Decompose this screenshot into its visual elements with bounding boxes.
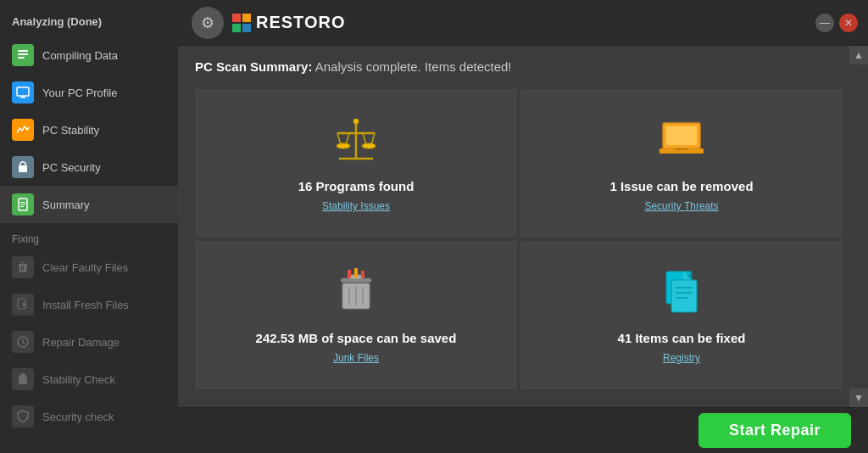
main-content: PC Scan Summary: Analysis complete. Item… bbox=[178, 46, 868, 407]
restoro-logo-icon bbox=[232, 14, 251, 32]
close-button[interactable]: ✕ bbox=[839, 14, 858, 32]
svg-rect-3 bbox=[17, 87, 29, 96]
sidebar-item-stability-check[interactable]: Stability Check bbox=[0, 361, 178, 398]
trash-icon bbox=[331, 266, 381, 324]
items-fixed-label: 41 Items can be fixed bbox=[618, 331, 746, 345]
summary-icon bbox=[12, 193, 34, 215]
minimize-icon: — bbox=[820, 17, 830, 29]
security-check-icon bbox=[12, 405, 34, 428]
scan-summary-title: PC Scan Summary: Analysis complete. Item… bbox=[195, 59, 843, 74]
scroll-arrows: ▲ ▼ bbox=[849, 46, 868, 407]
svg-rect-34 bbox=[361, 271, 364, 278]
programs-found-label: 16 Programs found bbox=[298, 179, 415, 193]
issue-removed-label: 1 Issue can be removed bbox=[609, 179, 753, 193]
window-controls: — ✕ bbox=[815, 14, 858, 32]
scroll-up-arrow[interactable]: ▲ bbox=[849, 46, 868, 64]
pc-stability-icon bbox=[12, 119, 34, 141]
results-grid: 16 Programs found Stability Issues bbox=[195, 89, 843, 389]
pc-stability-label: PC Stability bbox=[42, 124, 99, 137]
laptop-icon bbox=[656, 115, 707, 172]
space-saved-label: 242.53 MB of space can be saved bbox=[256, 331, 457, 345]
sidebar-item-clear-faulty-files[interactable]: Clear Faulty Files bbox=[0, 249, 178, 286]
logo-area: RESTORO bbox=[232, 13, 346, 32]
svg-rect-4 bbox=[20, 97, 25, 98]
security-threats-link[interactable]: Security Threats bbox=[644, 200, 718, 212]
svg-rect-27 bbox=[666, 126, 697, 145]
scan-summary-suffix: Analysis complete. Items detected! bbox=[315, 59, 512, 74]
footer: Start Repair bbox=[178, 407, 868, 453]
sidebar-item-pc-security[interactable]: PC Security bbox=[0, 148, 178, 186]
junk-files-link[interactable]: Junk Files bbox=[333, 352, 379, 364]
svg-point-25 bbox=[353, 119, 359, 124]
pc-security-label: PC Security bbox=[42, 161, 101, 174]
svg-rect-0 bbox=[18, 50, 28, 52]
svg-rect-6 bbox=[20, 202, 25, 203]
security-check-label: Security check bbox=[42, 411, 114, 423]
gear-icon: ⚙ bbox=[201, 14, 214, 32]
clear-faulty-files-label: Clear Faulty Files bbox=[42, 261, 128, 274]
repair-damage-label: Repair Damage bbox=[42, 336, 120, 349]
svg-rect-33 bbox=[354, 268, 358, 278]
sidebar: Analyzing (Done) Compiling Data Your PC … bbox=[0, 0, 178, 453]
header: ⚙ RESTORO — ✕ bbox=[178, 0, 868, 46]
summary-label: Summary bbox=[42, 199, 90, 211]
svg-point-24 bbox=[362, 143, 376, 148]
sidebar-item-security-check[interactable]: Security check bbox=[0, 398, 178, 435]
stability-check-icon bbox=[12, 368, 34, 390]
sidebar-item-your-pc-profile[interactable]: Your PC Profile bbox=[0, 74, 178, 111]
grid-cell-issue-removed: 1 Issue can be removed Security Threats bbox=[520, 89, 843, 238]
gear-button[interactable]: ⚙ bbox=[192, 7, 224, 39]
svg-rect-13 bbox=[242, 14, 251, 22]
grid-cell-space-saved: 242.53 MB of space can be saved Junk Fil… bbox=[195, 241, 517, 389]
stability-check-label: Stability Check bbox=[42, 373, 115, 386]
your-pc-profile-label: Your PC Profile bbox=[42, 87, 117, 99]
scales-icon bbox=[331, 115, 381, 172]
start-repair-button[interactable]: Start Repair bbox=[698, 413, 851, 448]
logo-text: RESTORO bbox=[256, 13, 346, 32]
svg-rect-42 bbox=[671, 280, 697, 312]
fixing-label: Fixing bbox=[0, 223, 178, 249]
header-left: ⚙ RESTORO bbox=[192, 7, 346, 39]
compiling-data-label: Compiling Data bbox=[42, 49, 118, 62]
compiling-data-icon bbox=[12, 44, 34, 66]
svg-rect-7 bbox=[20, 204, 25, 205]
svg-point-21 bbox=[337, 143, 350, 148]
sidebar-item-repair-damage[interactable]: Repair Damage bbox=[0, 323, 178, 361]
svg-rect-29 bbox=[675, 148, 688, 150]
analyzing-label: Analyzing (Done) bbox=[0, 8, 178, 36]
sidebar-item-pc-stability[interactable]: PC Stability bbox=[0, 111, 178, 148]
svg-rect-32 bbox=[348, 270, 351, 278]
svg-rect-8 bbox=[20, 206, 24, 207]
sidebar-item-summary[interactable]: Summary bbox=[0, 186, 178, 223]
svg-rect-12 bbox=[232, 14, 241, 22]
registry-icon bbox=[656, 266, 707, 324]
svg-rect-15 bbox=[242, 24, 251, 32]
install-fresh-files-icon bbox=[12, 294, 34, 316]
minimize-button[interactable]: — bbox=[815, 14, 834, 32]
repair-damage-icon bbox=[12, 331, 34, 353]
grid-cell-programs-found: 16 Programs found Stability Issues bbox=[195, 89, 517, 238]
clear-faulty-files-icon bbox=[12, 256, 34, 278]
scan-summary-prefix: PC Scan Summary: bbox=[195, 59, 312, 74]
your-pc-profile-icon bbox=[12, 81, 34, 103]
sidebar-item-install-fresh-files[interactable]: Install Fresh Files bbox=[0, 286, 178, 323]
main-area: ⚙ RESTORO — ✕ PC Sca bbox=[178, 0, 868, 453]
svg-rect-2 bbox=[18, 57, 25, 59]
svg-rect-1 bbox=[18, 53, 28, 55]
sidebar-item-compiling-data[interactable]: Compiling Data bbox=[0, 36, 178, 74]
scroll-down-arrow[interactable]: ▼ bbox=[849, 389, 868, 407]
pc-security-icon bbox=[12, 156, 34, 178]
svg-rect-14 bbox=[232, 24, 241, 32]
install-fresh-files-label: Install Fresh Files bbox=[42, 299, 129, 311]
stability-issues-link[interactable]: Stability Issues bbox=[322, 200, 390, 212]
close-icon: ✕ bbox=[844, 17, 853, 29]
grid-cell-items-fixed: 41 Items can be fixed Registry bbox=[520, 241, 843, 389]
registry-link[interactable]: Registry bbox=[663, 352, 700, 364]
